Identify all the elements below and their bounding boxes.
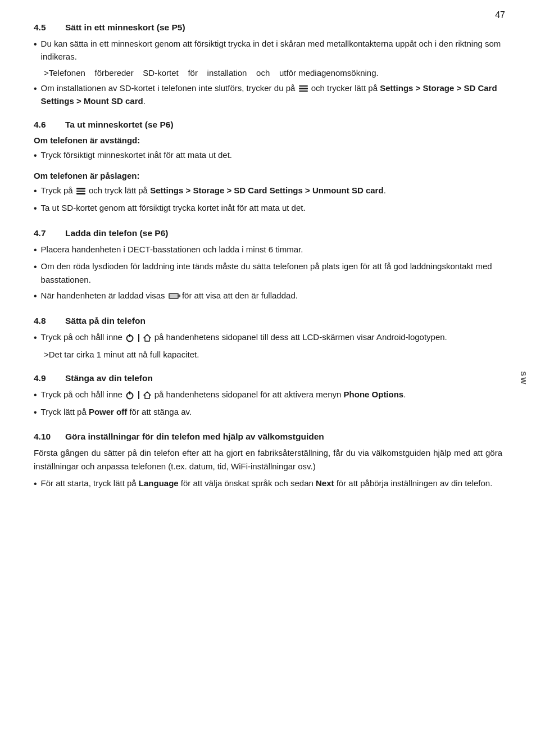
home-icon xyxy=(143,391,151,399)
bullet-dot: • xyxy=(34,289,37,304)
section-4-8: 4.8 Sätta på din telefon • Tryck på och … xyxy=(34,316,502,361)
page-container: 47 SW 4.5 Sätt in ett minneskort (se P5)… xyxy=(0,0,536,756)
page-number: 47 xyxy=(495,10,505,20)
bullet-dot: • xyxy=(34,38,37,52)
item-text: När handenheten är laddad visas för att … xyxy=(41,289,298,302)
section-4-9: 4.9 Stänga av din telefon • Tryck på och… xyxy=(34,373,502,420)
item-text: Om den röda lysdioden för laddning inte … xyxy=(41,260,502,286)
indent-line-4-8: >Det tar cirka 1 minut att nå full kapac… xyxy=(44,348,502,361)
bold-text: Next xyxy=(316,478,334,488)
list-item: • Du kan sätta in ett minneskort genom a… xyxy=(34,37,502,64)
section-number: 4.8 xyxy=(34,316,55,326)
bold-text: Language xyxy=(139,478,179,488)
item-text: Du kan sätta in ett minneskort genom att… xyxy=(41,37,502,64)
section-4-5: 4.5 Sätt in ett minneskort (se P5) • Du … xyxy=(34,22,502,107)
item-text: Om installationen av SD-kortet i telefon… xyxy=(41,82,502,108)
list-item: • Tryck på och håll inne på handenhetens… xyxy=(34,388,502,402)
section-number: 4.10 xyxy=(34,432,55,442)
divider-pipe xyxy=(138,334,139,342)
bullet-dot: • xyxy=(34,260,37,274)
svg-marker-2 xyxy=(144,334,151,341)
section-4-7: 4.7 Ladda din telefon (se P6) • Placera … xyxy=(34,228,502,304)
bullet-dot: • xyxy=(34,388,37,402)
bullet-list-4-5b: • Om installationen av SD-kortet i telef… xyxy=(34,82,502,108)
svg-rect-1 xyxy=(129,334,130,337)
bullet-list-4-7: • Placera handenheten i DECT-basstatione… xyxy=(34,243,502,304)
item-text: För att starta, tryck lätt på Language f… xyxy=(41,477,493,490)
section-title: Sätta på din telefon xyxy=(65,316,146,326)
bold-text: Settings > Storage > SD Card Settings > … xyxy=(150,185,384,195)
list-item: • Tryck försiktigt minneskortet inåt för… xyxy=(34,148,502,163)
section-heading-4-10: 4.10 Göra inställningar för din telefon … xyxy=(34,432,502,442)
section-number: 4.7 xyxy=(34,228,55,238)
power-icon xyxy=(125,333,134,342)
item-text: Ta ut SD-kortet genom att försiktigt try… xyxy=(41,201,306,214)
home-icon xyxy=(143,334,151,342)
bullet-dot: • xyxy=(34,477,37,491)
bullet-list-4-8: • Tryck på och håll inne på handenhetens… xyxy=(34,331,502,345)
battery-icon xyxy=(169,293,179,299)
list-item: • Ta ut SD-kortet genom att försiktigt t… xyxy=(34,201,502,216)
list-item: • Placera handenheten i DECT-basstatione… xyxy=(34,243,502,257)
section-intro: Första gången du sätter på din telefon e… xyxy=(34,446,502,473)
item-text: Tryck försiktigt minneskortet inåt för a… xyxy=(41,148,232,161)
bullet-dot: • xyxy=(34,406,37,420)
section-title: Göra inställningar för din telefon med h… xyxy=(65,432,324,442)
menu-icon xyxy=(299,85,308,93)
section-title: Ta ut minneskortet (se P6) xyxy=(65,120,174,130)
bullet-list-4-6a: • Tryck försiktigt minneskortet inåt för… xyxy=(34,148,502,163)
bullet-list-4-10: • För att starta, tryck lätt på Language… xyxy=(34,477,502,491)
menu-icon xyxy=(76,187,85,195)
bold-text: Settings > Storage > SD Card Settings > … xyxy=(41,83,497,106)
section-heading-4-8: 4.8 Sätta på din telefon xyxy=(34,316,502,326)
bold-text: Phone Options xyxy=(344,390,404,399)
section-4-10: 4.10 Göra inställningar för din telefon … xyxy=(34,432,502,491)
subsection-heading-off: Om telefonen är avstängd: xyxy=(34,135,502,145)
bullet-dot: • xyxy=(34,82,37,96)
bold-text: Power off xyxy=(89,407,127,417)
section-number: 4.6 xyxy=(34,120,55,130)
section-title: Ladda din telefon (se P6) xyxy=(65,228,168,238)
section-title: Sätt in ett minneskort (se P5) xyxy=(65,22,185,33)
svg-marker-5 xyxy=(144,392,151,399)
list-item: • Om den röda lysdioden för laddning int… xyxy=(34,260,502,286)
list-item: • När handenheten är laddad visas för at… xyxy=(34,289,502,304)
svg-rect-4 xyxy=(129,391,130,395)
item-text: Tryck på och tryck lätt på Settings > St… xyxy=(41,184,386,197)
section-number: 4.9 xyxy=(34,373,55,383)
subsection-heading-on: Om telefonen är påslagen: xyxy=(34,171,502,180)
section-heading-4-6: 4.6 Ta ut minneskortet (se P6) xyxy=(34,120,502,130)
bullet-list-4-5: • Du kan sätta in ett minneskort genom a… xyxy=(34,37,502,64)
bullet-dot: • xyxy=(34,243,37,257)
bullet-dot: • xyxy=(34,149,37,163)
list-item: • För att starta, tryck lätt på Language… xyxy=(34,477,502,491)
item-text: Tryck på och håll inne på handenhetens s… xyxy=(41,388,406,401)
indent-line: >Telefonen förbereder SD-kortet för inst… xyxy=(44,66,502,79)
list-item: • Om installationen av SD-kortet i telef… xyxy=(34,82,502,108)
bullet-list-4-9: • Tryck på och håll inne på handenhetens… xyxy=(34,388,502,420)
list-item: • Tryck på och tryck lätt på Settings > … xyxy=(34,184,502,198)
bullet-list-4-6b: • Tryck på och tryck lätt på Settings > … xyxy=(34,184,502,216)
bullet-dot: • xyxy=(34,202,37,216)
list-item: • Tryck lätt på Power off för att stänga… xyxy=(34,405,502,420)
item-text: Placera handenheten i DECT-basstationen … xyxy=(41,243,303,256)
side-label: SW xyxy=(519,371,528,385)
item-text: Tryck på och håll inne på handenhetens s… xyxy=(41,331,447,343)
section-title: Stänga av din telefon xyxy=(65,373,153,383)
section-heading-4-9: 4.9 Stänga av din telefon xyxy=(34,373,502,383)
power-icon xyxy=(125,391,134,400)
section-heading-4-7: 4.7 Ladda din telefon (se P6) xyxy=(34,228,502,238)
divider-pipe xyxy=(138,391,139,399)
item-text: Tryck lätt på Power off för att stänga a… xyxy=(41,405,192,418)
section-4-6: 4.6 Ta ut minneskortet (se P6) Om telefo… xyxy=(34,120,502,215)
section-number: 4.5 xyxy=(34,22,55,33)
list-item: • Tryck på och håll inne på handenhetens… xyxy=(34,331,502,345)
bullet-dot: • xyxy=(34,184,37,198)
bullet-dot: • xyxy=(34,331,37,345)
section-heading-4-5: 4.5 Sätt in ett minneskort (se P5) xyxy=(34,22,502,33)
